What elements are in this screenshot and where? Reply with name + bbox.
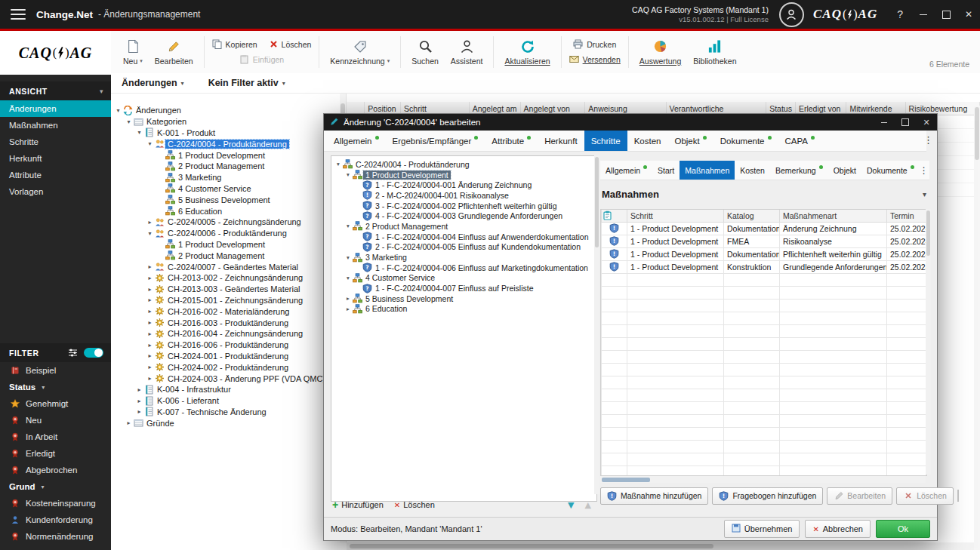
tree-node-2-product-management[interactable]: ▾2 Product Management <box>333 221 595 232</box>
tree-node-2-product-management[interactable]: 2 Product Management <box>111 250 346 261</box>
tree-node-c-2024-0004-produktänderung[interactable]: ▾C-2024/0004 - Produktänderung <box>333 159 595 170</box>
print-button[interactable]: Drucken <box>571 38 618 51</box>
expander-open-icon[interactable]: ▾ <box>146 230 154 237</box>
expander-open-icon[interactable]: ▾ <box>344 275 352 281</box>
expander-closed-icon[interactable]: ▸ <box>125 419 133 426</box>
table-vertical-scrollbar[interactable] <box>974 106 980 550</box>
move-up-button[interactable]: ▲ <box>585 500 591 510</box>
collapse-section-icon[interactable]: ▾ <box>923 190 929 198</box>
sidebar-item-vorlagen[interactable]: Vorlagen <box>0 183 111 200</box>
expander-closed-icon[interactable]: ▸ <box>344 306 352 312</box>
tree-node-ch-2024-001-produktänderung[interactable]: ▸CH-2024-001 - Produktänderung <box>111 351 346 362</box>
expander-open-icon[interactable]: ▾ <box>114 107 122 114</box>
expander-closed-icon[interactable]: ▸ <box>146 330 154 337</box>
dialog-maximize-button[interactable] <box>895 114 916 131</box>
tree-node-änderungen[interactable]: ▾Änderungen <box>111 105 346 116</box>
tree-node-ch-2016-004-zeichnungsänderung[interactable]: ▸CH-2016-004 - Zeichnungsänderung <box>111 328 346 340</box>
ok-button[interactable]: Ok <box>876 520 930 538</box>
detail-tab-kosten[interactable]: Kosten <box>735 161 770 180</box>
tree-node-ch-2016-002-materialänderung[interactable]: ▸CH-2016-002 - Materialänderung <box>111 306 346 317</box>
tree-node-5-business-development[interactable]: 5 Business Development <box>111 194 346 205</box>
measure-row[interactable]: !1 - Product DevelopmentDokumentationPfl… <box>602 248 926 261</box>
tree-node-1-product-development[interactable]: ▾1 Product Development <box>333 170 595 180</box>
tree-node-ch-2013-003-geändertes-material[interactable]: ▸CH-2013-003 - Geändertes Material <box>111 284 346 295</box>
maximize-button[interactable] <box>935 0 957 29</box>
filter-item-kundenforderung[interactable]: Kundenforderung <box>0 512 111 528</box>
filter-selector[interactable]: Kein Filter aktiv ▾ <box>208 78 285 88</box>
tree-node-2-product-management[interactable]: 2 Product Management <box>111 161 346 172</box>
expander-open-icon[interactable]: ▾ <box>135 129 143 136</box>
filter-item-abgebrochen[interactable]: Abgebrochen <box>0 462 111 478</box>
expander-closed-icon[interactable]: ▸ <box>146 342 154 349</box>
tree-node-c-2024-0004-produktänderung[interactable]: ▾C-2024/0004 - Produktänderung <box>111 138 346 149</box>
refresh-button[interactable]: Aktualisieren <box>499 38 555 67</box>
tree-node-ch-2015-001-zeichnungsänderung[interactable]: ▸CH-2015-001 - Zeichnungsänderung <box>111 295 346 306</box>
tree-node-gründe[interactable]: ▸Gründe <box>111 417 346 429</box>
tree-node-1-f-c-2024-0004-004-einfluss-auf-anwenderdokumentation[interactable]: ?1 - F-C-2024/0004-004 Einfluss auf Anwe… <box>333 232 595 242</box>
expander-open-icon[interactable]: ▾ <box>146 140 154 147</box>
tree-node-2-m-c-2024-0004-001-risikoanalyse[interactable]: !2 - M-C-2024/0004-001 Risikoanalyse <box>333 190 595 201</box>
expander-closed-icon[interactable]: ▸ <box>146 275 154 281</box>
tree-node-k-004-infrastruktur[interactable]: ▸K-004 - Infrastruktur <box>111 384 346 395</box>
expander-open-icon[interactable]: ▾ <box>125 118 133 125</box>
detail-tab-dokumente[interactable]: Dokumente <box>861 161 920 180</box>
tree-node-kategorien[interactable]: ▾Kategorien <box>111 116 346 128</box>
detail-tab-allgemein[interactable]: Allgemein <box>600 161 652 180</box>
measures-horizontal-scrollbar[interactable] <box>600 476 926 483</box>
dialog-tab-ergebnis-empfänger[interactable]: Ergebnis/Empfänger <box>386 131 485 151</box>
tree-node-1-f-c-2024-0004-006-einfluss-auf-marketingdokumentation[interactable]: ?1 - F-C-2024/0004-006 Einfluss auf Mark… <box>333 263 595 273</box>
apply-button[interactable]: Übernehmen <box>724 520 800 538</box>
filter-toggle[interactable] <box>84 348 103 358</box>
sidebar-item-maßnahmen[interactable]: Maßnahmen <box>0 117 111 134</box>
filter-item-normenänderung[interactable]: Normenänderung <box>0 528 111 545</box>
help-button[interactable]: ? <box>897 8 903 20</box>
measures-column-katalog[interactable]: Katalog <box>724 210 780 223</box>
expander-closed-icon[interactable]: ▸ <box>344 295 352 302</box>
tree-node-c-2024-0005-zeichnungsänderung[interactable]: ▸C-2024/0005 - Zeichnungsänderung <box>111 217 346 228</box>
new-button[interactable]: Neu▾ <box>118 38 148 67</box>
tree-node-6-education[interactable]: ▸6 Education <box>333 304 595 315</box>
sidebar-item-herkunft[interactable]: Herkunft <box>0 150 111 167</box>
dialog-tab-attribute[interactable]: Attribute <box>485 131 538 151</box>
close-button[interactable]: ✕ <box>957 0 980 29</box>
tree-node-k-001-produkt[interactable]: ▾K-001 - Produkt <box>111 128 346 139</box>
dialog-minimize-button[interactable] <box>874 114 895 131</box>
fragebogen-hinzufügen-button[interactable]: !Fragebogen hinzufügen <box>712 487 823 505</box>
tree-node-4-customer-service[interactable]: 4 Customer Service <box>111 183 346 195</box>
dialog-tab-schritte[interactable]: Schritte <box>584 131 627 151</box>
add-step-button[interactable]: + Hinzufügen <box>332 499 384 511</box>
view-selector[interactable]: Änderungen ▾ <box>122 78 184 88</box>
tree-node-5-business-development[interactable]: ▸5 Business Development <box>333 293 595 304</box>
hamburger-menu-icon[interactable] <box>11 9 26 20</box>
dialog-titlebar[interactable]: Änderung 'C-2024/0004' bearbeiten ✕ <box>324 114 937 131</box>
expander-closed-icon[interactable]: ▸ <box>146 308 154 315</box>
filter-group-status[interactable]: Status▾ <box>0 379 111 395</box>
measures-vertical-scrollbar[interactable] <box>926 209 931 475</box>
filter-item-beispiel[interactable]: Beispiel <box>0 362 111 379</box>
tree-node-ch-2016-003-produktänderung[interactable]: ▸CH-2016-003 - Produktänderung <box>111 317 346 328</box>
analysis-button[interactable]: Auswertung <box>634 38 686 67</box>
cancel-button[interactable]: ✕ Abbrechen <box>805 520 871 538</box>
move-down-button[interactable]: ▼ <box>568 500 574 510</box>
expander-closed-icon[interactable]: ▸ <box>146 297 154 303</box>
tree-node-1-product-development[interactable]: 1 Product Development <box>111 239 346 250</box>
detail-tab-bemerkung[interactable]: Bemerkung <box>770 161 828 180</box>
tree-node-4-f-c-2024-0004-003-grundlegende-anforderungen[interactable]: ?4 - F-C-2024/0004-003 Grundlegende Anfo… <box>333 210 595 221</box>
tree-node-c-2024-0007-geändertes-material[interactable]: ▸C-2024/0007 - Geändertes Material <box>111 261 346 272</box>
expander-open-icon[interactable]: ▾ <box>344 254 352 261</box>
maßnahme-hinzufügen-button[interactable]: !Maßnahme hinzufügen <box>600 487 708 505</box>
dialog-close-button[interactable]: ✕ <box>916 114 937 131</box>
dialog-tab-allgemein[interactable]: Allgemein <box>327 131 386 151</box>
expander-closed-icon[interactable]: ▸ <box>146 375 154 382</box>
sidebar-item-änderungen[interactable]: Änderungen <box>0 100 111 117</box>
tree-node-ch-2016-006-produktänderung[interactable]: ▸CH-2016-006 - Produktänderung <box>111 340 346 351</box>
tree-node-1-f-c-2024-0004-007-einfluss-auf-preisliste[interactable]: ?1 - F-C-2024/0004-007 Einfluss auf Prei… <box>333 283 595 293</box>
filter-item-in-arbeit[interactable]: In Arbeit <box>0 429 111 445</box>
measures-column-maßnahmenart[interactable]: Maßnahmenart <box>780 210 887 223</box>
edit-button[interactable]: Bearbeiten <box>149 38 199 67</box>
tree-node-3-f-c-2024-0004-002-pflichtenheft-weiterhin-gültig[interactable]: ?3 - F-C-2024/0004-002 Pflichtenheft wei… <box>333 201 595 211</box>
filter-item-neu[interactable]: Neu <box>0 412 111 429</box>
detail-tab-overflow-menu[interactable]: ⋮ <box>920 165 930 176</box>
copy-button[interactable]: Kopieren <box>210 38 260 51</box>
measure-row[interactable]: !1 - Product DevelopmentKonstruktionGrun… <box>602 261 926 274</box>
